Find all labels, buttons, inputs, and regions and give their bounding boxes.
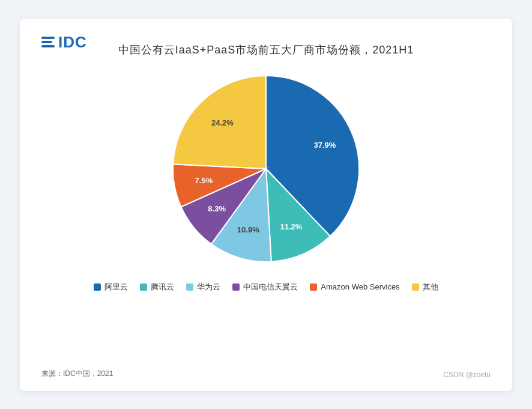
legend-item-4: Amazon Web Services	[310, 282, 399, 292]
label-4: 7.5%	[195, 175, 213, 184]
idc-logo: IDC	[41, 33, 87, 52]
legend-label-5: 其他	[423, 282, 438, 292]
label-1: 11.2%	[280, 222, 302, 231]
legend-label-2: 华为云	[197, 282, 220, 292]
chart-title: 中国公有云IaaS+PaaS市场前五大厂商市场份额，2021H1	[118, 43, 414, 57]
legend-color-0	[94, 283, 101, 291]
label-2: 10.9%	[237, 225, 259, 234]
watermark: CSDN @zoetu	[443, 371, 491, 379]
logo-icon	[41, 37, 55, 47]
legend-label-3: 中国电信天翼云	[243, 282, 298, 292]
legend-item-0: 阿里云	[94, 282, 128, 292]
legend-color-3	[232, 283, 240, 291]
logo-line-2	[41, 41, 52, 43]
legend-item-3: 中国电信天翼云	[232, 282, 298, 292]
chart-area: 37.9%11.2%10.9%8.3%7.5%24.2% 阿里云腾讯云华为云中国…	[94, 67, 438, 377]
legend-color-5	[412, 283, 419, 291]
chart-legend: 阿里云腾讯云华为云中国电信天翼云Amazon Web Services其他	[94, 282, 438, 292]
pie-svg: 37.9%11.2%10.9%8.3%7.5%24.2%	[164, 67, 368, 271]
legend-color-4	[310, 283, 317, 291]
main-card: IDC 中国公有云IaaS+PaaS市场前五大厂商市场份额，2021H1 37.…	[20, 19, 512, 391]
source-label: 来源：IDC中国，2021	[41, 369, 113, 379]
legend-item-5: 其他	[412, 282, 438, 292]
legend-color-1	[140, 283, 147, 291]
legend-item-1: 腾讯云	[140, 282, 174, 292]
logo-line-3	[41, 45, 55, 47]
label-5: 24.2%	[211, 118, 234, 127]
legend-label-4: Amazon Web Services	[321, 282, 399, 291]
pie-chart: 37.9%11.2%10.9%8.3%7.5%24.2%	[164, 67, 368, 271]
logo-text: IDC	[58, 33, 87, 52]
legend-item-2: 华为云	[186, 282, 220, 292]
label-0: 37.9%	[313, 141, 336, 150]
legend-label-1: 腾讯云	[151, 282, 174, 292]
legend-color-2	[186, 283, 193, 291]
legend-label-0: 阿里云	[104, 282, 128, 292]
label-3: 8.3%	[208, 204, 226, 213]
logo-line-1	[41, 37, 55, 39]
